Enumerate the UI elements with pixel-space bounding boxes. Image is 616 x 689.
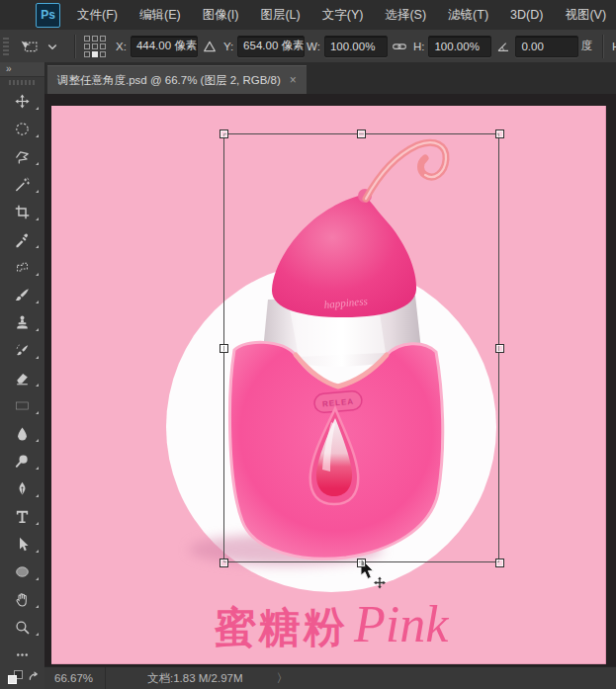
gradient-icon <box>14 397 31 414</box>
skew-h-label: H: <box>612 41 616 52</box>
maintain-aspect-ratio-button[interactable] <box>390 37 409 56</box>
foreground-color-swatch[interactable] <box>8 675 17 684</box>
x-label: X: <box>116 41 127 52</box>
menu-item[interactable]: 视图(V) <box>554 7 616 24</box>
blur-tool-button[interactable] <box>0 419 44 447</box>
menu-bar: Ps 文件(F)编辑(E)图像(I)图层(L)文字(Y)选择(S)滤镜(T)3D… <box>0 0 616 31</box>
lasso-icon <box>14 148 31 165</box>
menu-item[interactable]: 3D(D) <box>499 8 554 22</box>
link-icon <box>392 39 407 54</box>
pen-tool-button[interactable] <box>0 474 44 502</box>
clone-stamp-tool-button[interactable] <box>0 308 44 336</box>
status-chevron-button[interactable]: 〉 <box>277 670 289 687</box>
panel-collapse-button[interactable]: » <box>0 62 44 77</box>
hand-tool-button[interactable] <box>0 585 44 613</box>
menu-item[interactable]: 图像(I) <box>192 7 250 24</box>
eyedropper-icon <box>14 231 31 248</box>
poster-title: 蜜糖粉 Pink <box>214 596 450 652</box>
tools-panel-grip[interactable] <box>9 80 36 85</box>
options-bar-grip[interactable] <box>3 38 9 55</box>
magic-wand-tool-button[interactable] <box>0 170 44 198</box>
menu-item[interactable]: 编辑(E) <box>129 7 192 24</box>
reference-point-cell[interactable] <box>92 36 98 42</box>
y-position-field[interactable]: 654.00 像素 <box>237 36 305 57</box>
x-position-field[interactable]: 444.00 像素 <box>131 36 198 57</box>
reference-point-grid[interactable] <box>84 36 106 57</box>
move-tool-button[interactable] <box>0 87 44 115</box>
document-canvas[interactable]: happiness RELEA 蜜糖粉 Pink <box>51 106 606 664</box>
chevron-down-icon[interactable] <box>43 38 62 55</box>
menu-item[interactable]: 选择(S) <box>374 7 437 24</box>
elliptical-marquee-tool-button[interactable] <box>0 115 44 142</box>
reference-point-cell[interactable] <box>100 36 106 42</box>
rotation-angle-icon <box>493 37 513 56</box>
transform-handle[interactable] <box>357 559 366 567</box>
width-label: W: <box>307 41 320 52</box>
more-tools-tool-button[interactable] <box>0 641 44 668</box>
menu-item[interactable]: 文字(Y) <box>311 7 375 24</box>
tab-close-button[interactable]: × <box>290 73 297 87</box>
more-tools-icon <box>14 646 31 663</box>
dodge-icon <box>14 453 31 470</box>
y-label: Y: <box>223 41 233 52</box>
path-selection-tool-button[interactable] <box>0 530 44 558</box>
ellipse-shape-icon <box>14 563 31 580</box>
crop-tool-button[interactable] <box>0 198 44 225</box>
swap-colors-icon[interactable] <box>28 671 41 684</box>
width-scale-field[interactable]: 100.00% <box>324 36 388 57</box>
menu-items: 文件(F)编辑(E)图像(I)图层(L)文字(Y)选择(S)滤镜(T)3D(D)… <box>66 7 616 24</box>
reference-point-cell[interactable] <box>100 51 106 57</box>
brush-tool-button[interactable] <box>0 281 44 308</box>
poster-title-en: Pink <box>353 596 449 652</box>
menu-item[interactable]: 滤镜(T) <box>437 7 499 24</box>
elliptical-marquee-icon <box>14 121 31 137</box>
lasso-tool-button[interactable] <box>0 142 44 170</box>
ellipse-shape-tool-button[interactable] <box>0 558 44 585</box>
gradient-tool-button[interactable] <box>0 391 44 419</box>
reference-point-cell[interactable] <box>84 43 90 49</box>
transform-handle[interactable] <box>495 344 504 353</box>
rotation-angle-field[interactable]: 0.00 <box>515 36 578 57</box>
type-tool-button[interactable] <box>0 502 44 530</box>
hand-icon <box>14 591 31 608</box>
crop-icon <box>14 204 31 220</box>
transform-handle[interactable] <box>220 344 228 353</box>
reference-point-cell[interactable] <box>84 51 90 57</box>
pasteboard: happiness RELEA 蜜糖粉 Pink <box>44 94 616 667</box>
transform-handle[interactable] <box>220 129 228 138</box>
eyedropper-tool-button[interactable] <box>0 225 44 253</box>
spot-healing-tool-button[interactable] <box>0 253 44 281</box>
zoom-tool-button[interactable] <box>0 613 44 641</box>
separator <box>602 35 604 58</box>
height-scale-field[interactable]: 100.00% <box>428 36 491 57</box>
clone-stamp-icon <box>14 314 31 331</box>
dodge-tool-button[interactable] <box>0 447 44 474</box>
eraser-icon <box>14 370 31 387</box>
tools-panel: » <box>0 62 45 689</box>
transform-handle[interactable] <box>357 129 366 138</box>
color-swatches <box>0 667 44 689</box>
relative-position-toggle[interactable] <box>200 37 220 56</box>
zoom-level-field[interactable]: 66.67% <box>44 667 106 689</box>
tool-preset-picker[interactable] <box>14 38 68 55</box>
history-brush-icon <box>14 342 31 359</box>
transform-handle[interactable] <box>495 559 504 567</box>
eraser-tool-button[interactable] <box>0 364 44 391</box>
menu-item[interactable]: 文件(F) <box>66 7 129 24</box>
document-tab[interactable]: 调整任意角度.psd @ 66.7% (图层 2, RGB/8) × <box>47 65 307 94</box>
history-brush-tool-button[interactable] <box>0 336 44 364</box>
angle-unit-label: 度 <box>580 39 592 53</box>
options-bar: X: 444.00 像素 Y: 654.00 像素 W: 100.00% H: … <box>0 30 616 63</box>
reference-point-cell[interactable] <box>84 36 90 42</box>
transform-handle[interactable] <box>220 559 228 567</box>
reference-point-cell[interactable] <box>92 43 98 49</box>
transform-handle[interactable] <box>495 129 504 138</box>
document-size-info: 文档:1.83 M/2.97M <box>147 671 243 686</box>
status-bar: 66.67% 文档:1.83 M/2.97M 〉 <box>44 666 616 689</box>
reference-point-cell[interactable] <box>100 43 106 49</box>
menu-item[interactable]: 图层(L) <box>249 7 310 24</box>
poster-artwork: happiness RELEA 蜜糖粉 Pink <box>51 106 606 664</box>
pen-icon <box>14 480 31 497</box>
photoshop-logo: Ps <box>36 3 60 28</box>
reference-point-cell[interactable] <box>92 51 98 57</box>
